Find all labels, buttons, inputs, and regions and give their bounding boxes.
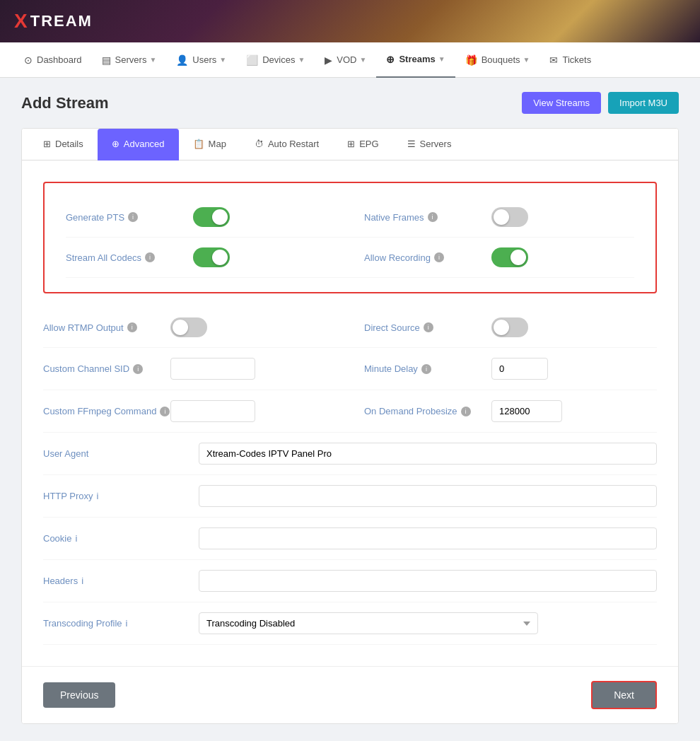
nav-streams[interactable]: ⊕ Streams ▼ — [376, 42, 455, 78]
transcoding-profile-select[interactable]: Transcoding Disabled — [199, 612, 538, 634]
stream-all-codecs-info-icon[interactable]: i — [145, 252, 155, 262]
sid-delay-row: Custom Channel SID i Minute Delay i — [43, 348, 657, 390]
nav-vod[interactable]: ▶ VOD ▼ — [315, 42, 376, 78]
tab-advanced[interactable]: ⊕ Advanced — [98, 129, 179, 161]
user-agent-input[interactable] — [199, 443, 657, 465]
allow-recording-toggle[interactable] — [491, 247, 528, 267]
minute-delay-label: Minute Delay i — [364, 363, 491, 374]
headers-input[interactable] — [199, 570, 657, 592]
minute-delay-input[interactable] — [491, 358, 548, 380]
cookie-label: Cookie i — [43, 533, 199, 544]
cookie-input[interactable] — [199, 527, 657, 549]
import-m3u-button[interactable]: Import M3U — [608, 92, 679, 114]
logo-x: X — [14, 10, 29, 33]
allow-rtmp-toggle[interactable] — [170, 317, 207, 337]
tabs-container: ⊞ Details ⊕ Advanced 📋 Map ⏱ Auto Restar… — [22, 129, 678, 161]
next-button[interactable]: Next — [591, 681, 657, 709]
custom-ffmpeg-input[interactable] — [170, 400, 255, 422]
auto-restart-tab-icon: ⏱ — [255, 139, 264, 149]
ffmpeg-probesize-row: Custom FFmpeg Command i On Demand Probes… — [43, 390, 657, 433]
servers-arrow: ▼ — [149, 56, 156, 64]
on-demand-probesize-input[interactable] — [491, 400, 562, 422]
stream-all-codecs-slider — [193, 247, 230, 267]
form-actions: Previous Next — [22, 666, 678, 723]
headers-row: Headers i — [43, 560, 657, 602]
generate-pts-toggle[interactable] — [193, 207, 230, 227]
custom-channel-sid-input[interactable] — [170, 358, 255, 380]
http-proxy-label: HTTP Proxy i — [43, 491, 199, 501]
native-frames-slider — [491, 207, 528, 227]
transcoding-profile-info-icon[interactable]: i — [126, 618, 128, 629]
nav-dashboard[interactable]: ⊙ Dashboard — [14, 42, 92, 78]
allow-recording-col: Allow Recording i — [350, 247, 634, 267]
headers-info-icon[interactable]: i — [81, 576, 83, 586]
http-proxy-input-wrap — [199, 485, 657, 507]
allow-recording-info-icon[interactable]: i — [434, 252, 444, 262]
tab-auto-restart[interactable]: ⏱ Auto Restart — [240, 129, 333, 161]
stream-all-codecs-toggle[interactable] — [193, 247, 230, 267]
generate-pts-label: Generate PTS i — [66, 212, 193, 223]
view-streams-button[interactable]: View Streams — [522, 92, 601, 114]
headers-label: Headers i — [43, 576, 199, 586]
on-demand-probesize-label: On Demand Probesize i — [364, 406, 491, 416]
form-content: Generate PTS i Native Frames i — [22, 161, 678, 666]
allow-recording-slider — [491, 247, 528, 267]
http-proxy-input[interactable] — [199, 485, 657, 507]
allow-rtmp-col: Allow RTMP Output i — [43, 317, 350, 337]
nav-bouquets[interactable]: 🎁 Bouquets ▼ — [455, 42, 540, 78]
transcoding-profile-input-wrap: Transcoding Disabled — [199, 612, 657, 634]
bouquets-arrow: ▼ — [523, 56, 530, 64]
cookie-input-wrap — [199, 527, 657, 549]
tab-map[interactable]: 📋 Map — [179, 129, 240, 161]
users-icon: 👤 — [176, 54, 188, 66]
generate-pts-slider — [193, 207, 230, 227]
previous-button[interactable]: Previous — [43, 682, 115, 708]
direct-source-slider — [491, 317, 528, 337]
tab-auto-restart-label: Auto Restart — [268, 139, 319, 149]
direct-source-col: Direct Source i — [350, 317, 657, 337]
http-proxy-info-icon[interactable]: i — [97, 491, 99, 501]
custom-ffmpeg-col: Custom FFmpeg Command i — [43, 400, 350, 422]
tab-map-label: Map — [209, 139, 226, 149]
native-frames-toggle[interactable] — [491, 207, 528, 227]
allow-rtmp-slider — [170, 317, 207, 337]
devices-icon: ⬜ — [246, 54, 258, 66]
tab-details[interactable]: ⊞ Details — [29, 129, 98, 161]
direct-source-toggle[interactable] — [491, 317, 528, 337]
tab-epg[interactable]: ⊞ EPG — [333, 129, 392, 161]
custom-channel-sid-info-icon[interactable]: i — [133, 364, 143, 374]
vod-icon: ▶ — [325, 54, 332, 66]
on-demand-probesize-info-icon[interactable]: i — [461, 407, 471, 416]
native-frames-info-icon[interactable]: i — [428, 212, 438, 222]
nav-servers[interactable]: ▤ Servers ▼ — [92, 42, 167, 78]
servers-icon: ▤ — [102, 54, 111, 66]
direct-source-label: Direct Source i — [364, 322, 491, 333]
nav-users[interactable]: 👤 Users ▼ — [166, 42, 236, 78]
transcoding-profile-label: Transcoding Profile i — [43, 618, 199, 629]
custom-ffmpeg-label: Custom FFmpeg Command i — [43, 406, 170, 416]
custom-channel-sid-col: Custom Channel SID i — [43, 358, 350, 380]
generate-pts-info-icon[interactable]: i — [128, 212, 138, 222]
epg-tab-icon: ⊞ — [347, 139, 355, 149]
minute-delay-info-icon[interactable]: i — [421, 364, 431, 374]
transcoding-profile-row: Transcoding Profile i Transcoding Disabl… — [43, 602, 657, 645]
streams-arrow: ▼ — [438, 55, 445, 63]
allow-rtmp-info-icon[interactable]: i — [127, 322, 137, 332]
page-title: Add Stream — [21, 94, 108, 112]
nav-servers-label: Servers — [115, 54, 147, 65]
cookie-row: Cookie i — [43, 518, 657, 560]
header-buttons: View Streams Import M3U — [522, 92, 679, 114]
stream-all-codecs-col: Stream All Codecs i — [66, 247, 350, 267]
nav-devices[interactable]: ⬜ Devices ▼ — [236, 42, 315, 78]
cookie-info-icon[interactable]: i — [75, 533, 77, 544]
direct-source-info-icon[interactable]: i — [424, 322, 433, 332]
tab-epg-label: EPG — [359, 139, 378, 149]
nav-tickets[interactable]: ✉ Tickets — [539, 42, 601, 78]
tickets-icon: ✉ — [549, 54, 558, 66]
custom-ffmpeg-info-icon[interactable]: i — [160, 407, 170, 416]
nav-users-label: Users — [192, 54, 216, 65]
nav-bouquets-label: Bouquets — [482, 54, 520, 65]
rtmp-direct-row: Allow RTMP Output i Direct Source i — [43, 308, 657, 348]
advanced-tab-icon: ⊕ — [112, 139, 119, 149]
tab-servers[interactable]: ☰ Servers — [393, 129, 466, 161]
